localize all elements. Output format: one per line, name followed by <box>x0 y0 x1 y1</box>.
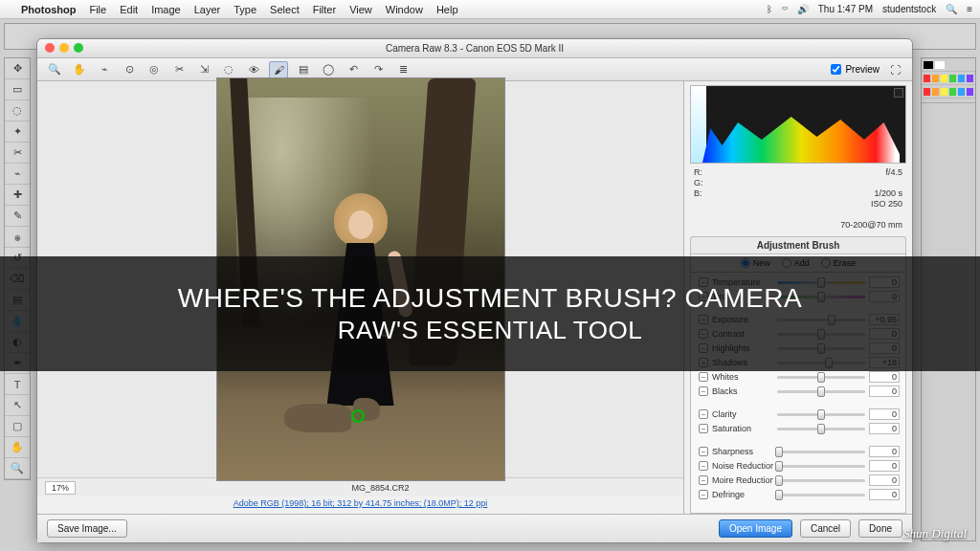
zoom-window-icon[interactable] <box>74 43 83 53</box>
slider-track[interactable] <box>777 489 865 500</box>
acr-titlebar[interactable]: Camera Raw 8.3 - Canon EOS 5D Mark II <box>37 39 912 58</box>
swatch[interactable] <box>941 75 947 82</box>
slider-thumb[interactable] <box>817 372 825 383</box>
cancel-button[interactable]: Cancel <box>800 519 851 538</box>
swatch[interactable] <box>932 88 939 96</box>
slider-toggle-icon[interactable]: − <box>699 475 708 485</box>
slider-track[interactable] <box>777 474 865 486</box>
slider-value[interactable]: 0 <box>869 474 900 486</box>
slider-track[interactable] <box>777 423 865 434</box>
tool-rotate-cw-icon[interactable]: ↷ <box>368 61 388 78</box>
swatch[interactable] <box>924 88 930 96</box>
tool-white-balance-icon[interactable]: ⌁ <box>95 61 114 78</box>
slider-thumb[interactable] <box>775 475 783 486</box>
volume-icon[interactable]: 🔊 <box>797 4 809 14</box>
slider-toggle-icon[interactable]: − <box>699 409 708 419</box>
menu-view[interactable]: View <box>349 4 372 15</box>
ps-tool-heal[interactable]: ✚ <box>5 185 30 206</box>
slider-toggle-icon[interactable]: − <box>699 386 708 396</box>
ps-tool-brush[interactable]: ✎ <box>5 206 30 227</box>
slider-toggle-icon[interactable]: − <box>699 490 708 499</box>
app-name[interactable]: Photoshop <box>21 4 76 15</box>
slider-thumb[interactable] <box>817 386 825 397</box>
slider-toggle-icon[interactable]: − <box>699 372 708 382</box>
wifi-icon[interactable]: ⌔ <box>782 4 788 14</box>
tool-targeted-adjust-icon[interactable]: ◎ <box>145 61 164 78</box>
tool-zoom-icon[interactable]: 🔍 <box>45 61 64 78</box>
user-name[interactable]: studentstock <box>882 4 936 14</box>
slider-defringe[interactable]: −Defringe0 <box>699 489 900 500</box>
tool-rotate-ccw-icon[interactable]: ↶ <box>344 61 363 78</box>
swatch[interactable] <box>932 75 939 82</box>
swatch[interactable] <box>941 88 947 96</box>
swatch[interactable] <box>967 88 973 96</box>
tool-hand-icon[interactable]: ✋ <box>70 61 89 78</box>
minimize-icon[interactable] <box>59 43 69 53</box>
slider-value[interactable]: 0 <box>869 371 900 383</box>
slider-value[interactable]: 0 <box>869 386 900 397</box>
menu-type[interactable]: Type <box>234 4 256 15</box>
ps-tool-wand[interactable]: ✦ <box>5 121 30 143</box>
menu-edit[interactable]: Edit <box>120 4 138 15</box>
ps-tool-marquee[interactable]: ▭ <box>5 79 30 100</box>
tool-prefs-icon[interactable]: ≣ <box>393 61 412 78</box>
slider-track[interactable] <box>777 460 865 472</box>
slider-blacks[interactable]: −Blacks0 <box>699 386 900 397</box>
tool-spot-removal-icon[interactable]: ◌ <box>219 61 238 78</box>
menu-window[interactable]: Window <box>386 4 423 15</box>
save-image-button[interactable]: Save Image... <box>47 519 127 538</box>
slider-saturation[interactable]: −Saturation0 <box>699 423 900 434</box>
close-icon[interactable] <box>45 43 55 53</box>
slider-value[interactable]: 0 <box>869 460 900 472</box>
swatch[interactable] <box>958 75 965 82</box>
menu-file[interactable]: File <box>89 4 106 15</box>
ps-tool-type[interactable]: T <box>5 374 30 395</box>
swatch[interactable] <box>949 75 956 82</box>
zoom-select[interactable]: 17% <box>45 481 76 495</box>
slider-value[interactable]: 0 <box>869 489 900 500</box>
ps-swatch-row-1[interactable] <box>922 72 975 85</box>
ps-tool-crop[interactable]: ✂ <box>5 143 30 164</box>
slider-value[interactable]: 0 <box>869 446 900 457</box>
tool-crop-icon[interactable]: ✂ <box>169 61 189 78</box>
done-button[interactable]: Done <box>858 519 902 538</box>
slider-thumb[interactable] <box>775 490 783 500</box>
menu-layer[interactable]: Layer <box>194 4 221 15</box>
slider-value[interactable]: 0 <box>869 423 900 434</box>
menu-select[interactable]: Select <box>270 4 300 15</box>
swatch[interactable] <box>949 88 956 96</box>
slider-thumb[interactable] <box>817 424 825 434</box>
histogram[interactable] <box>690 85 906 164</box>
spotlight-icon[interactable]: 🔍 <box>946 4 957 14</box>
ps-swatch-row-2[interactable] <box>922 85 975 99</box>
slider-value[interactable]: 0 <box>869 408 900 420</box>
brush-pin-active[interactable] <box>351 409 365 423</box>
ps-tool-eyedrop[interactable]: ⌁ <box>5 164 30 185</box>
slider-thumb[interactable] <box>775 461 783 472</box>
ps-color-panel[interactable] <box>922 58 975 72</box>
ps-tool-zoom[interactable]: 🔍 <box>5 458 30 479</box>
open-image-button[interactable]: Open Image <box>719 519 792 538</box>
menu-image[interactable]: Image <box>151 4 181 15</box>
tool-straighten-icon[interactable]: ⇲ <box>194 61 213 78</box>
slider-clarity[interactable]: −Clarity0 <box>699 408 900 420</box>
clock[interactable]: Thu 1:47 PM <box>818 4 873 14</box>
slider-track[interactable] <box>777 408 865 420</box>
menu-help[interactable]: Help <box>436 4 458 15</box>
bluetooth-icon[interactable]: ᛒ <box>767 4 772 14</box>
preview-toggle[interactable]: Preview <box>831 64 880 75</box>
ps-tool-stamp[interactable]: ⎈ <box>5 227 30 248</box>
slider-thumb[interactable] <box>817 409 825 420</box>
slider-sharpness[interactable]: −Sharpness0 <box>699 446 900 457</box>
notification-center-icon[interactable]: ≡ <box>967 4 972 14</box>
slider-thumb[interactable] <box>775 447 783 457</box>
swatch[interactable] <box>924 75 930 82</box>
slider-track[interactable] <box>777 446 865 457</box>
workflow-link[interactable]: Adobe RGB (1998); 16 bit; 312 by 414.75 … <box>37 496 683 514</box>
tool-graduated-filter-icon[interactable]: ▤ <box>294 61 313 78</box>
slider-whites[interactable]: −Whites0 <box>699 371 900 383</box>
tool-adjustment-brush-icon[interactable]: 🖌 <box>269 61 288 78</box>
slider-track[interactable] <box>777 386 865 397</box>
ps-tool-move[interactable]: ✥ <box>5 58 30 79</box>
menu-filter[interactable]: Filter <box>313 4 336 15</box>
